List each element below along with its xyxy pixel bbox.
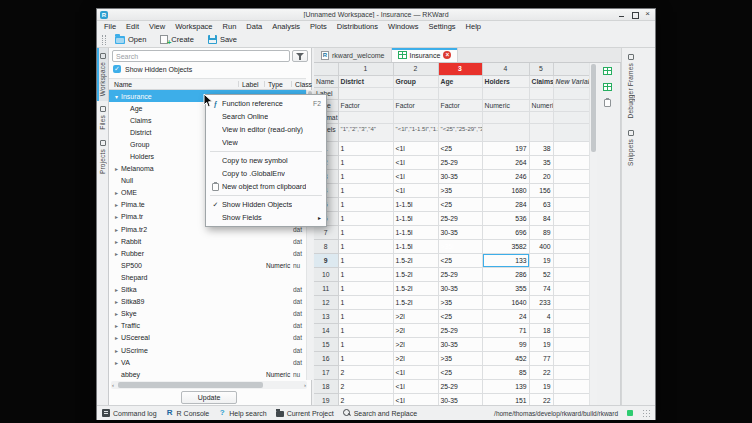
- cell-r4-c4[interactable]: 1680: [482, 183, 529, 197]
- cell-r14-c1[interactable]: 1: [338, 323, 393, 337]
- cell-r6-c1[interactable]: 1: [338, 211, 393, 225]
- cell-r2-c2[interactable]: <1l: [393, 155, 438, 169]
- cell-r8-c4[interactable]: 3582: [482, 239, 529, 253]
- tree-item-uscereal[interactable]: ▸UScerealdat: [109, 332, 306, 344]
- maximize-button[interactable]: [630, 10, 639, 19]
- cell-r3-c5[interactable]: 20: [529, 169, 553, 183]
- new-column-cell[interactable]: [553, 323, 589, 337]
- statusbar-tool-search-and-replace[interactable]: Search and Replace: [343, 409, 417, 417]
- cell-r10-c1[interactable]: 1: [338, 267, 393, 281]
- meta-levels-cell[interactable]: "<1l","1-1.5l","1.5-2l",">2l": [393, 123, 438, 141]
- new-column-cell[interactable]: [553, 351, 589, 365]
- cell-r16-c3[interactable]: >35: [438, 351, 482, 365]
- column-header-3[interactable]: 3: [438, 63, 482, 75]
- cell-r11-c5[interactable]: 74: [529, 281, 553, 295]
- cell-r16-c4[interactable]: 452: [482, 351, 529, 365]
- column-header-4[interactable]: 4: [482, 63, 529, 75]
- meta-type-cell[interactable]: Factor: [438, 99, 482, 111]
- cell-r4-c2[interactable]: <1l: [393, 183, 438, 197]
- cell-r9-c1[interactable]: 1: [338, 253, 393, 267]
- cell-r19-c5[interactable]: 22: [529, 393, 553, 405]
- menu-analysis[interactable]: Analysis: [267, 21, 305, 32]
- cell-r5-c2[interactable]: 1-1.5l: [393, 197, 438, 211]
- menu-distributions[interactable]: Distributions: [332, 21, 383, 32]
- meta-format-cell[interactable]: [529, 111, 553, 123]
- tree-item-sp500[interactable]: SP500Numericnu: [109, 259, 306, 271]
- column-header-label[interactable]: Label: [242, 81, 259, 88]
- meta-format-cell[interactable]: [438, 111, 482, 123]
- menu-settings[interactable]: Settings: [423, 21, 460, 32]
- cell-r15-c3[interactable]: 30-35: [438, 337, 482, 351]
- cell-r4-c3[interactable]: >35: [438, 183, 482, 197]
- cell-r2-c3[interactable]: 25-29: [438, 155, 482, 169]
- column-header-2[interactable]: 2: [393, 63, 438, 75]
- statusbar-tool-r-console[interactable]: R Console: [166, 409, 210, 417]
- cell-r3-c4[interactable]: 246: [482, 169, 529, 183]
- chevron-right-icon[interactable]: ▸: [112, 322, 121, 329]
- context-menu-item-view-in-editor-read-only[interactable]: View in editor (read-only): [206, 123, 326, 136]
- scrollbar-thumb[interactable]: [118, 382, 263, 388]
- cell-r16-c1[interactable]: 1: [338, 351, 393, 365]
- meta-name-cell[interactable]: Group: [393, 75, 438, 87]
- cell-r18-c1[interactable]: 2: [338, 379, 393, 393]
- meta-type-cell[interactable]: Numeric: [482, 99, 529, 111]
- resize-grip[interactable]: [642, 409, 650, 417]
- new-column-cell[interactable]: [553, 295, 589, 309]
- cell-r19-c3[interactable]: 30-35: [438, 393, 482, 405]
- cell-r5-c1[interactable]: 1: [338, 197, 393, 211]
- close-button[interactable]: [643, 10, 652, 19]
- menu-plots[interactable]: Plots: [305, 21, 332, 32]
- cell-r11-c1[interactable]: 1: [338, 281, 393, 295]
- cell-r17-c2[interactable]: <1l: [393, 365, 438, 379]
- editor-tab-insurance[interactable]: Insurance: [392, 48, 459, 62]
- chevron-right-icon[interactable]: ▸: [112, 334, 121, 341]
- cell-r12-c3[interactable]: >35: [438, 295, 482, 309]
- chevron-right-icon[interactable]: ▸: [112, 189, 121, 196]
- scrollbar-thumb[interactable]: [591, 64, 596, 152]
- context-menu-item-copy-to-globalenv[interactable]: Copy to .GlobalEnv: [206, 167, 326, 180]
- cell-r18-c5[interactable]: 19: [529, 379, 553, 393]
- new-column-cell[interactable]: [553, 239, 589, 253]
- cell-r10-c3[interactable]: 25-29: [438, 267, 482, 281]
- cell-r12-c5[interactable]: 233: [529, 295, 553, 309]
- close-tab-icon[interactable]: [443, 51, 451, 59]
- tree-item-shepard[interactable]: Shepard: [109, 271, 306, 283]
- cell-r4-c1[interactable]: 1: [338, 183, 393, 197]
- cell-r9-c4[interactable]: 133: [482, 253, 529, 267]
- chevron-right-icon[interactable]: ▸: [112, 201, 121, 208]
- scroll-left-icon[interactable]: ‹: [112, 382, 114, 388]
- new-column-cell[interactable]: [553, 211, 589, 225]
- cell-r1-c5[interactable]: 38: [529, 141, 553, 155]
- paste-button[interactable]: [602, 98, 612, 108]
- menu-data[interactable]: Data: [241, 21, 267, 32]
- cell-r1-c4[interactable]: 197: [482, 141, 529, 155]
- row-header-10[interactable]: 10: [314, 267, 338, 281]
- editor-tab-rkward-welcome[interactable]: rkward_welcome: [315, 48, 392, 62]
- meta-name-cell[interactable]: Claims: [529, 75, 553, 87]
- cell-r6-c5[interactable]: 84: [529, 211, 553, 225]
- menu-run[interactable]: Run: [218, 21, 242, 32]
- cell-r2-c1[interactable]: 1: [338, 155, 393, 169]
- show-hidden-objects-checkbox[interactable]: Show Hidden Objects: [113, 65, 192, 73]
- row-header-8[interactable]: 8: [314, 239, 338, 253]
- new-column-header[interactable]: [553, 63, 589, 75]
- context-menu-item-copy-to-new-symbol[interactable]: Copy to new symbol: [206, 154, 326, 167]
- cell-r16-c5[interactable]: 77: [529, 351, 553, 365]
- cell-r14-c2[interactable]: >2l: [393, 323, 438, 337]
- tree-item-rabbit[interactable]: ▸Rabbitdat: [109, 235, 306, 247]
- new-column-cell[interactable]: [553, 365, 589, 379]
- cell-r12-c4[interactable]: 1640: [482, 295, 529, 309]
- row-header-9[interactable]: 9: [314, 253, 338, 267]
- cell-r5-c5[interactable]: 63: [529, 197, 553, 211]
- meta-type-cell[interactable]: Numeric: [529, 99, 553, 111]
- tree-item-rubber[interactable]: ▸Rubberdat: [109, 247, 306, 259]
- tree-item-sitka89[interactable]: ▸Sitka89dat: [109, 296, 306, 308]
- dock-tab-snippets[interactable]: Snippets: [627, 130, 634, 166]
- tree-item-va[interactable]: ▸VAdat: [109, 356, 306, 368]
- new-column-cell[interactable]: [553, 197, 589, 211]
- cell-r10-c2[interactable]: 1.5-2l: [393, 267, 438, 281]
- update-button[interactable]: Update: [181, 391, 237, 404]
- cell-r6-c4[interactable]: 536: [482, 211, 529, 225]
- cell-r9-c3[interactable]: <25: [438, 253, 482, 267]
- save-button[interactable]: Save: [202, 33, 243, 46]
